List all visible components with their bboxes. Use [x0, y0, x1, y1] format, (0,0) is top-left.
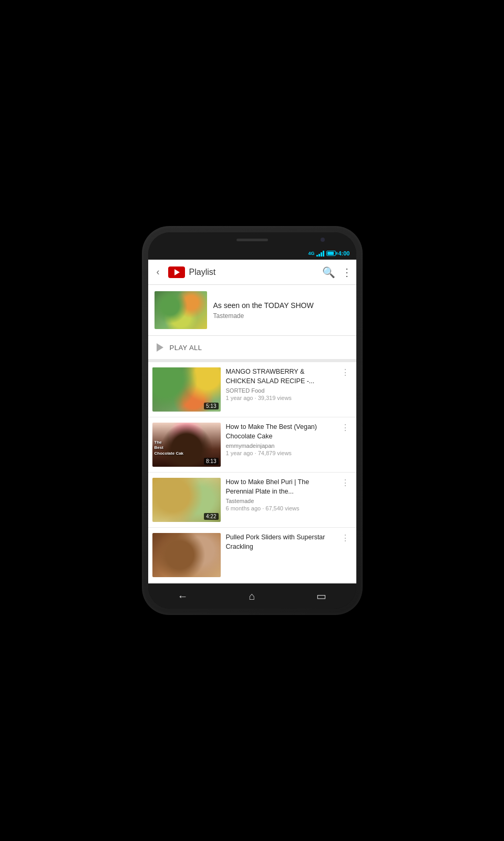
- playlist-info: As seen on the TODAY SHOW Tastemade: [213, 301, 350, 320]
- screen-content: ‹ Playlist 🔍 ⋮ As seen on the TODAY SHOW…: [148, 260, 356, 583]
- bottom-navigation: ← ⌂ ▭: [148, 583, 356, 609]
- video-title-4: Pulled Pork Sliders with Superstar Crack…: [226, 533, 335, 551]
- video-channel-2: emmymadeinjapan: [226, 443, 335, 449]
- video-item-3[interactable]: 4:22 How to Make Bhel Puri | The Perenni…: [148, 473, 356, 528]
- video-more-2[interactable]: ⋮: [339, 423, 352, 433]
- time-display: 4:00: [338, 250, 349, 257]
- video-thumb-wrap-3: 4:22: [152, 478, 221, 522]
- nav-recents-button[interactable]: ▭: [311, 586, 332, 607]
- video-duration-1: 5:13: [204, 403, 218, 409]
- video-channel-1: SORTED Food: [226, 387, 335, 394]
- video-more-3[interactable]: ⋮: [339, 478, 352, 488]
- phone-screen: 4G 4:00 ‹ Playlist 🔍: [148, 232, 356, 609]
- video-duration-2: 8:13: [204, 458, 218, 465]
- cake-overlay-text: TheBestChocolate Cak: [155, 440, 184, 456]
- phone-top-bar: [148, 232, 356, 247]
- video-item-2[interactable]: TheBestChocolate Cak 8:13 How to Make Th…: [148, 417, 356, 473]
- more-options-icon[interactable]: ⋮: [342, 266, 352, 279]
- status-right: 4G 4:00: [308, 250, 349, 257]
- video-duration-3: 4:22: [204, 513, 218, 520]
- search-icon[interactable]: 🔍: [322, 266, 335, 279]
- nav-home-button[interactable]: ⌂: [242, 586, 263, 607]
- video-title-1: MANGO STRAWBERRY & CHICKEN SALAD RECIPE …: [226, 367, 335, 386]
- video-more-1[interactable]: ⋮: [339, 367, 352, 378]
- playlist-thumb-image: [155, 291, 207, 329]
- back-icon: ←: [178, 590, 188, 602]
- playlist-header: As seen on the TODAY SHOW Tastemade: [148, 285, 356, 336]
- video-title-3: How to Make Bhel Puri | The Perennial Pl…: [226, 478, 335, 496]
- recents-icon: ▭: [316, 590, 326, 602]
- toolbar-title: Playlist: [189, 268, 322, 277]
- battery-icon: [326, 251, 336, 256]
- toolbar-icons: 🔍 ⋮: [322, 266, 352, 279]
- video-stats-1: 1 year ago · 39,319 views: [226, 395, 335, 401]
- playlist-title: As seen on the TODAY SHOW: [213, 301, 350, 310]
- play-all-label: PLAY ALL: [170, 344, 202, 352]
- battery-fill: [327, 252, 333, 255]
- play-all-row[interactable]: PLAY ALL: [148, 336, 356, 362]
- front-camera: [321, 238, 325, 242]
- video-list: 5:13 MANGO STRAWBERRY & CHICKEN SALAD RE…: [148, 362, 356, 583]
- play-all-icon: [157, 343, 163, 352]
- video-item-4[interactable]: Pulled Pork Sliders with Superstar Crack…: [148, 528, 356, 583]
- playlist-channel: Tastemade: [213, 312, 350, 320]
- playlist-thumbnail: [155, 291, 207, 329]
- nav-back-button[interactable]: ←: [172, 586, 193, 607]
- video-meta-3: How to Make Bhel Puri | The Perennial Pl…: [226, 478, 339, 511]
- video-title-2: How to Make The Best (Vegan) Chocolate C…: [226, 423, 335, 441]
- speaker-grille: [236, 239, 268, 241]
- video-meta-2: How to Make The Best (Vegan) Chocolate C…: [226, 423, 339, 456]
- youtube-play-icon: [174, 269, 180, 275]
- video-meta-1: MANGO STRAWBERRY & CHICKEN SALAD RECIPE …: [226, 367, 339, 401]
- status-bar: 4G 4:00: [148, 247, 356, 260]
- phone-device: 4G 4:00 ‹ Playlist 🔍: [142, 226, 363, 615]
- app-toolbar: ‹ Playlist 🔍 ⋮: [148, 260, 356, 285]
- video-stats-3: 6 months ago · 67,540 views: [226, 505, 335, 511]
- video-stats-2: 1 year ago · 74,879 views: [226, 450, 335, 456]
- video-thumb-wrap-4: [152, 533, 221, 577]
- signal-bars: [316, 250, 324, 257]
- video-more-4[interactable]: ⋮: [339, 533, 352, 543]
- video-meta-4: Pulled Pork Sliders with Superstar Crack…: [226, 533, 339, 551]
- youtube-logo: [168, 266, 185, 278]
- home-icon: ⌂: [249, 590, 255, 602]
- video-thumbnail-4: [152, 533, 221, 577]
- video-thumb-wrap-1: 5:13: [152, 367, 221, 412]
- video-item-1[interactable]: 5:13 MANGO STRAWBERRY & CHICKEN SALAD RE…: [148, 362, 356, 417]
- video-thumb-wrap-2: TheBestChocolate Cak 8:13: [152, 423, 221, 467]
- video-channel-3: Tastemade: [226, 498, 335, 504]
- toolbar-back-button[interactable]: ‹: [152, 262, 164, 282]
- network-indicator: 4G: [308, 251, 314, 256]
